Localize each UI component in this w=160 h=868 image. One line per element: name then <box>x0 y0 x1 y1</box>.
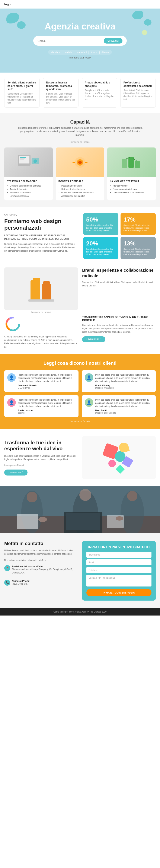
contact-submit-btn[interactable]: INVIA IL TUO MESSAGGIO <box>86 589 152 596</box>
stat-desc-0: Sample text. Click to select this text b… <box>7 92 36 104</box>
cap-card-1: IDENTITÀ AZIENDALE Posizionamento visivo… <box>56 148 104 200</box>
cap-card-title-1: IDENTITÀ AZIENDALE <box>59 180 102 183</box>
capacita-img-label: Immagine da Freepik <box>4 141 156 143</box>
test-role-2: sagittis <box>18 412 75 414</box>
contact-name-input[interactable] <box>86 552 152 558</box>
svg-point-31 <box>79 489 91 501</box>
transform-desc: Duis aute irure dolor in reprehenderit i… <box>4 454 78 461</box>
search-input[interactable] <box>37 39 101 42</box>
contact-email-input[interactable] <box>86 559 152 565</box>
cap-card-title-2: LA MIGLIORE STRATEGIA <box>110 180 153 183</box>
creating-title: TRADURRE 100 ANNI DI SERVIZIO IN UN FUTU… <box>82 315 156 322</box>
list-item: Espressione degli slogan <box>113 188 153 191</box>
stat-desc-box-3: Sample text. Click to select this text b… <box>124 248 153 256</box>
transform-read-more-btn[interactable]: LEGGI DI PIÙ <box>4 469 28 475</box>
cap-card-0: STRATEGIA DEL MARCHIO Gestione del patri… <box>4 148 53 200</box>
list-item: Revisione competitiva <box>10 191 50 194</box>
hero-section: Agenzia creativa Clicca qui chi siamo | … <box>0 8 160 72</box>
svg-rect-35 <box>66 513 100 530</box>
cap-card-img-2 <box>107 148 156 177</box>
address-title: Posizione del nostro ufficio <box>12 565 78 568</box>
stat-box-3: 13% Sample text. Click to select this te… <box>121 237 156 259</box>
stat-desc-1: Sample text. Click to select this text b… <box>46 92 75 104</box>
stat-box-1: 17% Sample text. Click to select this te… <box>121 213 156 235</box>
test-text-2: Proin sed libero enim sed faucibus turpi… <box>18 398 75 408</box>
svg-point-38 <box>38 517 47 522</box>
team-image-svg <box>0 486 160 533</box>
list-item: Gestione del patrimonio di marca <box>10 184 50 188</box>
avatar-3: 👤 <box>85 398 93 407</box>
test-body-0: Proin sed libero enim sed faucibus turpi… <box>18 373 75 389</box>
cap-card-body-2: LA MIGLIORE STRATEGIA Identità verbale E… <box>107 177 156 197</box>
hero-title: Agenzia creativa <box>8 21 152 32</box>
stat-title-2: Prezzo abbordabile e anticipate <box>85 81 114 88</box>
stat-box-2: 20% Sample text. Click to select this te… <box>83 237 119 259</box>
contact-address-text: Posizione del nostro ufficio Fia numero … <box>12 565 78 578</box>
test-name-1: Frank Kinney <box>95 384 153 387</box>
tab-futuro[interactable]: #futuro <box>101 51 109 54</box>
test-text-1: Proin sed libero enim sed faucibus turpi… <box>95 373 153 383</box>
shape-6 <box>116 465 124 474</box>
list-item: Analisi del pubblico <box>10 188 50 191</box>
tab-chi-siamo[interactable]: chi siamo <box>51 51 61 54</box>
hero-image-label: Immagine da Freepik <box>8 56 152 59</box>
stat-card-1: Nessuna finestra temporale, promessa qua… <box>43 78 78 107</box>
cap-card-body-1: IDENTITÀ AZIENDALE Posizionamento visivo… <box>56 177 104 200</box>
contact-left: Mettiti in contatto Utilizza il nostro m… <box>4 541 78 600</box>
test-role-0: CEO Sunrise <box>18 387 75 389</box>
stat-title-0: Servizio clienti cordiale 24 ore su 24, … <box>7 81 36 91</box>
chi-siamo-subtitle: LAVORIAMO DIRETTAMENTE PER I NOSTRI CLIE… <box>4 234 77 241</box>
avatar-2: 👤 <box>7 398 16 407</box>
transform-img-label: Immagine da Freepik <box>4 464 78 467</box>
transform-title: Trasforma le tue idee in esperienze web … <box>4 440 78 452</box>
svg-rect-2 <box>20 157 26 158</box>
list-item: Guide alle icone e alle illustrazioni <box>61 191 102 194</box>
creating-read-more-btn[interactable]: LEGGI DI PIÙ <box>82 336 105 342</box>
hero-search-bar: Clicca qui <box>33 36 127 46</box>
search-button[interactable]: Clicca qui <box>104 38 123 43</box>
capacita-title: Capacità <box>4 119 156 125</box>
capacita-desc: Il reparto del nostro prenota il di bran… <box>16 126 144 137</box>
stat-title-3: Professionisti controllati e selezionati <box>124 81 153 88</box>
shape-cluster <box>100 438 138 477</box>
contact-message-input[interactable] <box>86 575 152 587</box>
test-role-3: Direttore delle vendite <box>95 412 153 414</box>
svg-point-39 <box>116 516 123 521</box>
list-item: Posizionamento visivo <box>61 184 102 188</box>
chi-siamo-content: CHI SIAMO Forniamo web design personaliz… <box>4 213 156 259</box>
phone-title: Numero (Phone) <box>12 580 30 582</box>
contact-desc: Utilizza il nostro modulo di contatto pe… <box>4 549 78 556</box>
tab-notizie[interactable]: notizie <box>65 51 72 54</box>
creating-left-text: Creating the world's first community dri… <box>4 335 78 349</box>
footer-text: Come visite per The Creative Agency The … <box>54 611 107 613</box>
svg-point-33 <box>127 491 137 501</box>
creating-section: Creating the world's first community dri… <box>0 315 160 354</box>
contact-phone-text: Numero (Phone) (412) 1-831-6487 <box>12 580 30 589</box>
chi-siamo-title: Forniamo web design personalizzati <box>4 218 77 231</box>
shape-5 <box>108 460 116 467</box>
stat-percent-2: 20% <box>86 240 116 247</box>
list-item: Guida allo stile di comunicazione <box>113 191 153 194</box>
svg-rect-20 <box>43 281 50 284</box>
svg-rect-16 <box>135 161 140 168</box>
svg-rect-17 <box>31 280 40 302</box>
chi-siamo-section: CHI SIAMO Forniamo web design personaliz… <box>0 207 160 265</box>
phone-value: (412) 1-831-6487 <box>12 582 30 586</box>
address-value: Fia numero di preziati corpo Company, Vi… <box>12 568 78 575</box>
tab-rischi[interactable]: #rischi <box>91 51 97 54</box>
creating-desc: Duis aute irure dolor in reprehenderit i… <box>82 323 156 334</box>
tab-recensioni[interactable]: recensioni <box>76 51 87 54</box>
contact-phone-input[interactable] <box>86 567 152 573</box>
chi-siamo-label: CHI SIAMO <box>4 213 77 217</box>
brand-img-label: Immagine da Freepik <box>4 311 78 313</box>
test-name-0: Giovanni Almedo <box>18 384 75 387</box>
footer: Come visite per The Creative Agency The … <box>0 608 160 616</box>
logo: logo <box>4 3 11 6</box>
test-name-2: Stella Larson <box>18 409 75 412</box>
cap-card-list-2: Identità verbale Espressione degli sloga… <box>110 184 153 194</box>
list-item: Identità verbale <box>113 184 153 188</box>
contact-subdesc: Non esitare a contattarci via email o te… <box>4 559 78 562</box>
test-card-2: 👤 Proin sed libero enim sed faucibus tur… <box>4 395 78 417</box>
stat-desc-box-1: Sample text. Click to select this text b… <box>124 224 153 232</box>
svg-rect-36 <box>17 514 38 529</box>
